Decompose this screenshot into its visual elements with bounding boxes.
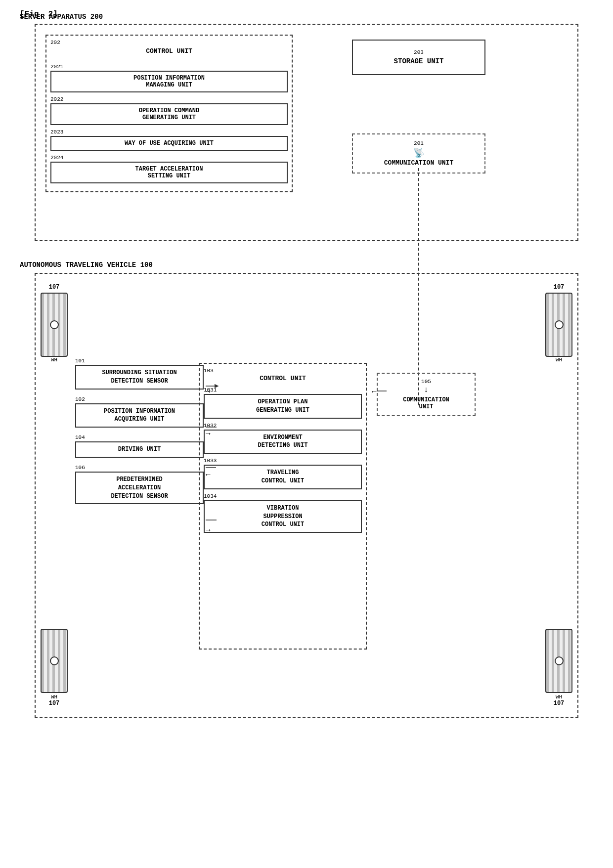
down-arrow-icon: ↓ xyxy=(381,386,472,394)
traveling-control-unit: TRAVELINGCONTROL UNIT xyxy=(204,465,362,489)
sub-unit-1033: 1033 TRAVELINGCONTROL UNIT xyxy=(204,458,362,489)
num-101: 101 xyxy=(75,358,204,364)
vehicle-comm-text: COMMUNICATIONUNIT xyxy=(381,396,472,410)
wheel-top-left: 107 WH xyxy=(41,284,68,363)
sub-unit-1032: 1032 ENVIRONMENTDETECTING UNIT xyxy=(204,423,362,454)
vehicle-label: AUTONOMOUS TRAVELING VEHICLE 100 xyxy=(20,261,593,269)
wh-label-tl: 107 xyxy=(49,284,60,291)
wheel-hub-tr xyxy=(555,320,564,329)
wheel-hub-tl xyxy=(50,320,59,329)
environment-detecting-unit: ENVIRONMENTDETECTING UNIT xyxy=(204,430,362,454)
wheel-wh-tl: WH xyxy=(51,357,57,363)
wheel-rect-tl xyxy=(41,293,68,357)
sub-unit-1034: 1034 VIBRATIONSUPPRESSIONCONTROL UNIT xyxy=(204,493,362,533)
arrow-cu-to-drive: ← xyxy=(206,471,211,479)
operation-command-generating-unit: OPERATION COMMANDGENERATING UNIT xyxy=(50,103,288,125)
position-info-managing-unit: POSITION INFORMATIONMANAGING UNIT xyxy=(50,71,288,92)
num-102: 102 xyxy=(75,396,204,402)
num-2021: 2021 xyxy=(50,64,288,70)
num-1031: 1031 xyxy=(204,387,362,393)
unit-102: 102 POSITION INFORMATIONACQUIRING UNIT xyxy=(75,396,204,428)
vibration-suppression-control-unit: VIBRATIONSUPPRESSIONCONTROL UNIT xyxy=(204,500,362,533)
server-comm-text: COMMUNICATION UNIT xyxy=(357,159,481,167)
vehicle-control-box: 103 CONTROL UNIT 1031 OPERATION PLANGENE… xyxy=(199,363,367,650)
wheel-rect-bl xyxy=(41,629,68,693)
target-acceleration-setting-unit: TARGET ACCELERATIONSETTING UNIT xyxy=(50,162,288,183)
wheel-rect-br xyxy=(545,629,572,693)
fig-label: [Fig. 2] xyxy=(20,10,593,19)
num-104: 104 xyxy=(75,434,204,440)
unit-104: 104 DRIVING UNIT xyxy=(75,434,204,458)
server-apparatus: 202 CONTROL UNIT 2021 POSITION INFORMATI… xyxy=(35,24,578,241)
vehicle-comm-num: 105 xyxy=(381,379,472,385)
sub-unit-2022: 2022 OPERATION COMMANDGENERATING UNIT xyxy=(50,96,288,125)
position-info-acquiring-unit: POSITION INFORMATIONACQUIRING UNIT xyxy=(75,403,204,428)
num-1033: 1033 xyxy=(204,458,362,464)
left-units-column: 101 SURROUNDING SITUATIONDETECTION SENSO… xyxy=(75,358,204,511)
server-comm-num: 201 xyxy=(357,140,481,146)
sub-unit-2024: 2024 TARGET ACCELERATIONSETTING UNIT xyxy=(50,155,288,183)
antenna-icon: 📡 xyxy=(357,147,481,158)
surrounding-situation-sensor: SURROUNDING SITUATIONDETECTION SENSOR xyxy=(75,365,204,390)
vehicle-apparatus: 107 WH 107 WH WH 107 xyxy=(35,273,578,718)
storage-num: 203 xyxy=(358,49,480,55)
server-label: SERVER APPARATUS 200 xyxy=(20,13,103,21)
wheel-hub-br xyxy=(555,656,564,665)
sub-unit-2023: 2023 WAY OF USE ACQUIRING UNIT xyxy=(50,129,288,151)
way-of-use-acquiring-unit: WAY OF USE ACQUIRING UNIT xyxy=(50,136,288,151)
arrow-comm-to-cu: ← xyxy=(372,388,377,396)
wh-label-br: 107 xyxy=(554,700,565,707)
arrow-101-to-cu: → xyxy=(206,388,211,396)
vehicle-cu-num: 103 xyxy=(204,368,362,374)
vehicle-section: AUTONOMOUS TRAVELING VEHICLE 100 107 WH … xyxy=(20,261,593,718)
predetermined-accel-sensor: PREDETERMINEDACCELERATIONDETECTION SENSO… xyxy=(75,472,204,504)
server-comm-unit-box: 201 📡 COMMUNICATION UNIT xyxy=(352,133,485,174)
server-cu-num: 202 xyxy=(50,40,288,45)
wheel-wh-bl: WH xyxy=(51,694,57,700)
wh-label-bl: 107 xyxy=(49,700,60,707)
wheel-bottom-right: WH 107 xyxy=(545,629,572,707)
server-section: SERVER APPARATUS 200 202 CONTROL UNIT 20… xyxy=(20,24,593,241)
wheel-hub-bl xyxy=(50,656,59,665)
wh-label-tr: 107 xyxy=(554,284,565,291)
diagram-container: [Fig. 2] SERVER APPARATUS 200 202 CONTRO… xyxy=(20,10,593,718)
sub-unit-2021: 2021 POSITION INFORMATIONMANAGING UNIT xyxy=(50,64,288,92)
vehicle-cu-label: CONTROL UNIT xyxy=(204,375,362,382)
vehicle-comm-box: 105 ↓ COMMUNICATIONUNIT xyxy=(377,373,476,416)
arrow-102-to-cu: → xyxy=(206,430,211,438)
server-control-unit: 202 CONTROL UNIT 2021 POSITION INFORMATI… xyxy=(45,35,293,192)
unit-101: 101 SURROUNDING SITUATIONDETECTION SENSO… xyxy=(75,358,204,390)
wheel-wh-tr: WH xyxy=(556,357,562,363)
driving-unit: DRIVING UNIT xyxy=(75,441,204,458)
wheel-rect-tr xyxy=(545,293,572,357)
wheel-bottom-left: WH 107 xyxy=(41,629,68,707)
server-cu-label: CONTROL UNIT xyxy=(50,47,288,55)
wheel-wh-br: WH xyxy=(556,694,562,700)
num-1032: 1032 xyxy=(204,423,362,429)
num-2024: 2024 xyxy=(50,155,288,161)
operation-plan-generating-unit: OPERATION PLANGENERATING UNIT xyxy=(204,394,362,419)
sub-unit-1031: 1031 OPERATION PLANGENERATING UNIT xyxy=(204,387,362,419)
unit-106: 106 PREDETERMINEDACCELERATIONDETECTION S… xyxy=(75,465,204,504)
wheel-top-right: 107 WH xyxy=(545,284,572,363)
storage-unit-box: 203 STORAGE UNIT xyxy=(352,40,485,75)
num-2023: 2023 xyxy=(50,129,288,135)
num-2022: 2022 xyxy=(50,96,288,102)
num-106: 106 xyxy=(75,465,204,471)
num-1034: 1034 xyxy=(204,493,362,499)
storage-unit-text: STORAGE UNIT xyxy=(358,57,480,65)
arrow-106-to-vib: → xyxy=(206,526,211,535)
